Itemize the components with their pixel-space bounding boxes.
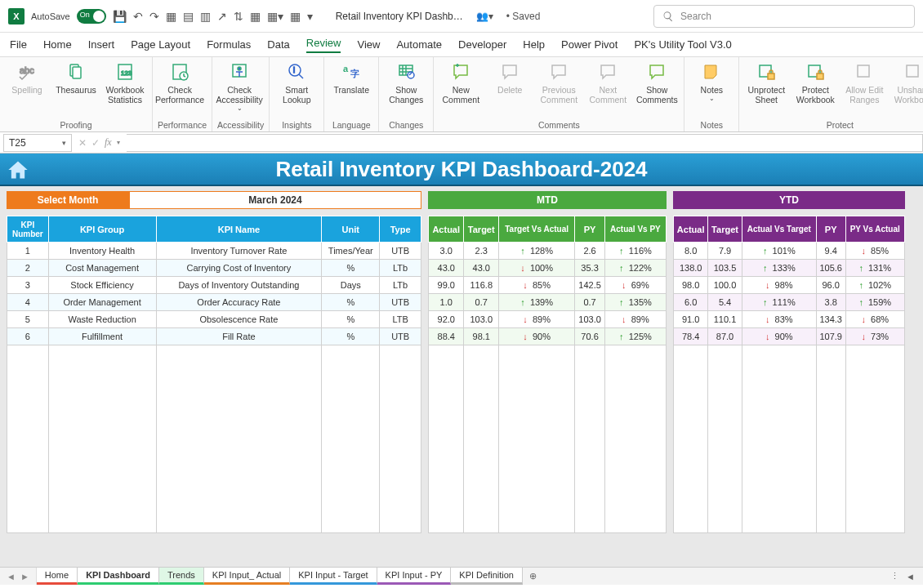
sheet-tab-home[interactable]: Home: [37, 568, 78, 585]
sheet-tab-kpi-definition[interactable]: KPI Definition: [451, 568, 523, 585]
new-comment-button[interactable]: New Comment: [439, 60, 483, 105]
ribbon-tab-page-layout[interactable]: Page Layout: [131, 38, 190, 51]
cell-kpi-number: 4: [7, 294, 49, 311]
search-input[interactable]: Search: [653, 5, 915, 28]
col-type: Type: [380, 216, 421, 243]
ribbon-tab-help[interactable]: Help: [523, 38, 545, 51]
ribbon-tab-automate[interactable]: Automate: [396, 38, 442, 51]
fx-icon[interactable]: fx: [105, 136, 112, 149]
ribbon-tab-home[interactable]: Home: [43, 38, 72, 51]
table-row[interactable]: 1 Inventory Health Inventory Turnover Ra…: [7, 243, 421, 260]
home-icon[interactable]: [7, 158, 29, 181]
table-row[interactable]: 138.0 103.5 ↑ 133% 105.6 ↑ 131%: [674, 260, 905, 277]
table-row[interactable]: 98.0 100.0 ↓ 98% 96.0 ↑ 102%: [674, 277, 905, 294]
show-comments-button[interactable]: Show Comments: [635, 60, 679, 105]
thesaurus-button[interactable]: Thesaurus: [54, 60, 98, 95]
cell-ytd-target: 103.5: [708, 260, 742, 277]
ribbon-group-label: Protect: [744, 118, 923, 130]
allow-edit-ranges-button[interactable]: Allow Edit Ranges: [842, 60, 886, 105]
previous-comment-button[interactable]: Previous Comment: [537, 60, 581, 105]
sheet-tab-trends[interactable]: Trends: [159, 568, 204, 585]
qat-share-icon[interactable]: ↗: [217, 10, 227, 23]
fx-dropdown-icon[interactable]: ▾: [117, 139, 120, 146]
table-row[interactable]: 4 Order Management Order Accuracy Rate %…: [7, 294, 421, 311]
ribbon-tab-view[interactable]: View: [357, 38, 380, 51]
table-row[interactable]: 6.0 5.4 ↑ 111% 3.8 ↑ 159%: [674, 294, 905, 311]
cell-ytd-avt: ↓ 98%: [742, 277, 816, 294]
table-row[interactable]: 43.0 43.0 ↓ 100% 35.3 ↑ 122%: [429, 260, 667, 277]
cancel-formula-icon[interactable]: ✕: [78, 137, 87, 149]
cell-ytd-avt: ↑ 133%: [742, 260, 816, 277]
table-row[interactable]: 5 Waste Reduction Obsolescence Rate % LT…: [7, 311, 421, 328]
save-icon[interactable]: 💾: [113, 10, 127, 23]
table-row[interactable]: 3 Stock Efficiency Days of Inventory Out…: [7, 277, 421, 294]
name-box[interactable]: T25▾: [3, 134, 72, 152]
table-row[interactable]: 99.0 116.8 ↓ 85% 142.5 ↓ 69%: [429, 277, 667, 294]
workbook-statistics-button[interactable]: 123Workbook Statistics: [103, 60, 147, 105]
sheet-tab-kpi-input-target[interactable]: KPI Input - Target: [290, 568, 377, 585]
ribbon-group-language: a字Translate Language: [324, 57, 379, 131]
qat-icon[interactable]: ▥: [200, 10, 211, 23]
ribbon-tab-insert[interactable]: Insert: [88, 38, 115, 51]
ribbon-tab-developer[interactable]: Developer: [458, 38, 506, 51]
translate-button[interactable]: a字Translate: [329, 60, 373, 95]
arrow-down-icon: ↓: [861, 332, 866, 341]
protect-workbook-button[interactable]: Protect Workbook: [793, 60, 837, 105]
qat-icon[interactable]: ▦: [250, 10, 261, 23]
dashboard-title-bar: Retail Inventory KPI Dashboard-2024: [0, 154, 923, 186]
search-icon: [662, 11, 674, 22]
sheet-next-icon[interactable]: ►: [20, 572, 29, 581]
show-changes-button[interactable]: Show Changes: [384, 60, 428, 105]
cell-ytd-avt: ↓ 90%: [742, 328, 816, 345]
sheet-tab-kpi-dashboard[interactable]: KPI Dashboard: [78, 568, 159, 585]
delete-comment-button[interactable]: Delete: [488, 60, 532, 95]
excel-app-icon: X: [8, 8, 25, 24]
smart-lookup-button[interactable]: iSmart Lookup: [274, 60, 319, 105]
spelling-button[interactable]: abcSpelling: [5, 60, 49, 95]
table-row[interactable]: 88.4 98.1 ↓ 90% 70.6 ↑ 125%: [429, 328, 667, 345]
unprotect-sheet-button[interactable]: Unprotect Sheet: [744, 60, 788, 105]
cell-kpi-name: Order Accuracy Rate: [156, 294, 322, 311]
redo-icon[interactable]: ↷: [149, 10, 159, 23]
qat-icon[interactable]: ▦: [290, 10, 301, 23]
table-row[interactable]: 1.0 0.7 ↑ 139% 0.7 ↑ 135%: [429, 294, 667, 311]
table-row[interactable]: 6 Fulfillment Fill Rate % UTB: [7, 328, 421, 345]
qat-icon[interactable]: ⇅: [234, 10, 243, 23]
table-row[interactable]: 3.0 2.3 ↑ 128% 2.6 ↑ 116%: [429, 243, 667, 260]
qat-icon[interactable]: ▦: [166, 10, 176, 23]
scroll-left-icon[interactable]: ◄: [906, 572, 915, 581]
new-comment-icon: [451, 62, 470, 82]
qat-more-icon[interactable]: ▾: [307, 10, 313, 23]
select-month-value[interactable]: March 2024: [129, 191, 421, 209]
table-row[interactable]: 2 Cost Management Carrying Cost of Inven…: [7, 260, 421, 277]
autosave-toggle[interactable]: On: [77, 9, 106, 24]
arrow-up-icon: ↑: [520, 246, 525, 256]
notes-button[interactable]: Notes⌄: [689, 60, 733, 102]
sheet-tab-kpi-input-py[interactable]: KPI Input - PY: [377, 568, 452, 585]
cell-type: LTB: [380, 311, 421, 328]
table-row[interactable]: 78.4 87.0 ↓ 90% 107.9 ↓ 73%: [674, 328, 905, 345]
check-performance-button[interactable]: Check Performance: [158, 60, 202, 105]
table-row[interactable]: 91.0 110.1 ↓ 83% 134.3 ↓ 68%: [674, 311, 905, 328]
table-row[interactable]: 92.0 103.0 ↓ 89% 103.0 ↓ 89%: [429, 311, 667, 328]
next-comment-button[interactable]: Next Comment: [586, 60, 630, 105]
accept-formula-icon[interactable]: ✓: [91, 137, 100, 149]
ribbon-tab-power-pivot[interactable]: Power Pivot: [561, 38, 618, 51]
qat-icon[interactable]: ▤: [183, 10, 194, 23]
sheet-prev-icon[interactable]: ◄: [7, 572, 16, 581]
unshare-workbook-button[interactable]: Unshare Workbook: [891, 60, 923, 105]
table-row[interactable]: 8.0 7.9 ↑ 101% 9.4 ↓ 85%: [674, 243, 905, 260]
ribbon-tab-pk-s-utility-tool-v3-0[interactable]: PK's Utility Tool V3.0: [634, 38, 731, 51]
ribbon-tab-review[interactable]: Review: [306, 37, 341, 53]
sheet-options-icon[interactable]: ⋮: [890, 571, 899, 581]
sheet-tab-kpi-input-actual[interactable]: KPI Input_ Actual: [204, 568, 290, 585]
ribbon-tab-formulas[interactable]: Formulas: [207, 38, 251, 51]
add-sheet-button[interactable]: ⊕: [523, 568, 543, 585]
formula-input[interactable]: [127, 134, 923, 152]
ribbon-tab-data[interactable]: Data: [267, 38, 289, 51]
share-icon[interactable]: 👥▾: [476, 11, 493, 22]
undo-icon[interactable]: ↶: [133, 10, 143, 23]
qat-icon[interactable]: ▦▾: [267, 10, 283, 23]
check-accessibility-button[interactable]: Check Accessibility⌄: [217, 60, 261, 112]
ribbon-tab-file[interactable]: File: [10, 38, 27, 51]
